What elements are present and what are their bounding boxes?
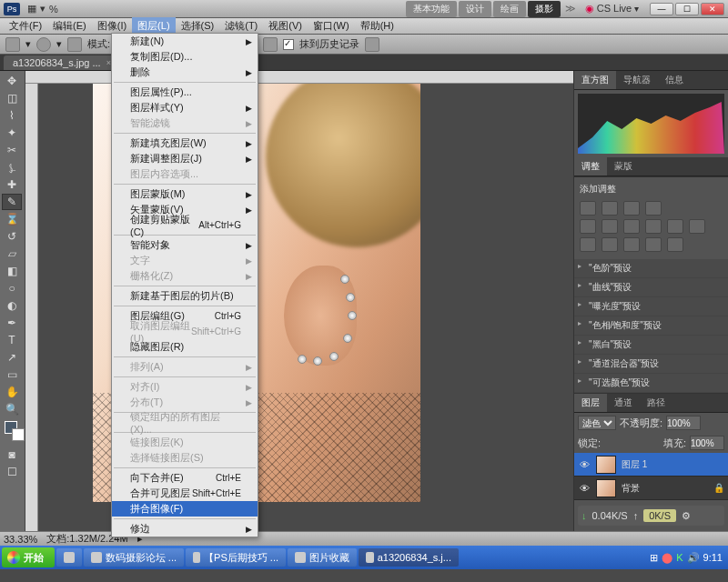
airbrush-icon[interactable]	[263, 37, 278, 52]
layer-row[interactable]: 👁 背景 🔒	[574, 477, 728, 500]
maximize-icon[interactable]: ☐	[675, 3, 699, 15]
ruler-horizontal[interactable]	[25, 71, 573, 84]
panel-tab-channels[interactable]: 通道	[607, 394, 640, 412]
ruler-vertical[interactable]	[25, 84, 38, 531]
preset-item[interactable]: "曲线"预设	[574, 278, 728, 297]
preset-item[interactable]: "色相/饱和度"预设	[574, 316, 728, 336]
taskbar-item[interactable]	[56, 548, 82, 567]
menu-help[interactable]: 帮助(H)	[355, 17, 399, 35]
blur-tool[interactable]: ○	[2, 280, 22, 296]
adj-threshold-icon[interactable]	[623, 237, 640, 252]
start-button[interactable]: 开始	[2, 547, 55, 567]
adj-brightness-icon[interactable]	[580, 201, 596, 216]
stamp-tool[interactable]: ⌛	[2, 211, 22, 227]
adj-hue-icon[interactable]	[602, 219, 618, 234]
menu-window[interactable]: 窗口(W)	[308, 17, 355, 35]
color-swatch[interactable]	[2, 418, 22, 446]
eraser-tool[interactable]: ▱	[2, 246, 22, 262]
panel-tab-info[interactable]: 信息	[658, 71, 691, 89]
menu-item[interactable]: 图层蒙版(M)▶	[112, 186, 258, 202]
adj-bw-icon[interactable]	[645, 219, 662, 234]
toolbar-icon[interactable]: ▦	[27, 3, 36, 15]
workspace-tab[interactable]: 绘画	[493, 1, 526, 17]
preset-item[interactable]: "黑白"预设	[574, 336, 728, 355]
quickmask-tool[interactable]: ◙	[2, 447, 22, 463]
opacity-input[interactable]	[666, 416, 701, 430]
brush-panel-icon[interactable]	[67, 37, 82, 52]
panel-tab-adjust[interactable]: 调整	[574, 157, 607, 176]
panel-tab-histogram[interactable]: 直方图	[574, 71, 616, 89]
crop-tool[interactable]: ✂	[2, 142, 22, 158]
wand-tool[interactable]: ✦	[2, 125, 22, 141]
tray-icon[interactable]: K	[676, 552, 682, 563]
visibility-icon[interactable]: 👁	[578, 459, 591, 470]
tray-icon[interactable]: 🔊	[687, 552, 700, 564]
menu-item[interactable]: 合并可见图层Shift+Ctrl+E	[112, 486, 258, 501]
menu-item[interactable]: 创建剪贴蒙版(C)Alt+Ctrl+G	[112, 217, 258, 233]
panel-tab-paths[interactable]: 路径	[640, 394, 672, 412]
cs-live-button[interactable]: ◉ CS Live ▾	[585, 3, 639, 15]
type-tool[interactable]: T	[2, 332, 22, 348]
layer-thumb[interactable]	[596, 479, 616, 497]
toolbar-icon[interactable]: ▾	[40, 3, 46, 15]
workspace-tab[interactable]: 设计	[459, 1, 491, 17]
preset-item[interactable]: "可选颜色"预设	[574, 374, 728, 393]
preset-item[interactable]: "色阶"预设	[574, 259, 728, 278]
move-tool[interactable]: ✥	[2, 73, 22, 89]
menu-item[interactable]: 图层样式(Y)▶	[112, 100, 258, 115]
menu-item[interactable]: 新建填充图层(W)▶	[112, 135, 258, 151]
workspace-tab-active[interactable]: 摄影	[528, 1, 561, 17]
tray-icon[interactable]: ⬤	[662, 552, 672, 564]
layer-name[interactable]: 图层 1	[622, 458, 647, 471]
adj-selective-icon[interactable]	[667, 237, 683, 252]
menu-file[interactable]: 文件(F)	[4, 17, 47, 35]
adj-curves-icon[interactable]	[623, 201, 640, 216]
eyedropper-tool[interactable]: ⍼	[2, 159, 22, 176]
brush-preset-icon[interactable]	[36, 37, 51, 52]
menu-item[interactable]: 隐藏图层(R)	[112, 339, 258, 355]
gradient-tool[interactable]: ◧	[2, 263, 22, 279]
zoom-tool[interactable]: 🔍	[2, 401, 22, 417]
document-tab[interactable]: a13206834_s.jpg ... ×	[4, 55, 120, 70]
menu-edit[interactable]: 编辑(E)	[47, 17, 92, 35]
workspace-tab[interactable]: 基本功能	[406, 1, 457, 17]
taskbar-item-active[interactable]: a13206834_s.j...	[359, 548, 459, 567]
adj-mixer-icon[interactable]	[689, 219, 705, 234]
adj-balance-icon[interactable]	[623, 219, 640, 234]
layer-name[interactable]: 背景	[622, 482, 640, 495]
shape-tool[interactable]: ▭	[2, 366, 22, 383]
fill-input[interactable]	[690, 436, 724, 450]
menu-item[interactable]: 拼合图像(F)	[112, 501, 258, 517]
tray-icon[interactable]: ⊞	[650, 552, 658, 564]
visibility-icon[interactable]: 👁	[578, 483, 591, 494]
hand-tool[interactable]: ✋	[2, 384, 22, 400]
adj-poster-icon[interactable]	[602, 237, 618, 252]
workspace-more-icon[interactable]: ≫	[565, 3, 576, 15]
history-brush-tool[interactable]: ↺	[2, 228, 22, 245]
menu-item[interactable]: 图层属性(P)...	[112, 85, 258, 100]
dodge-tool[interactable]: ◐	[2, 297, 22, 314]
adj-gradient-icon[interactable]	[645, 237, 662, 252]
history-checkbox[interactable]	[283, 39, 294, 50]
lasso-tool[interactable]: ⌇	[2, 107, 22, 124]
menu-item[interactable]: 修边▶	[112, 521, 258, 537]
close-icon[interactable]: ✕	[701, 3, 724, 15]
menu-item[interactable]: 智能对象▶	[112, 237, 258, 253]
tool-preset-icon[interactable]	[5, 37, 20, 52]
layer-row[interactable]: 👁 图层 1	[574, 453, 728, 477]
preset-item[interactable]: "曝光度"预设	[574, 297, 728, 316]
settings-icon[interactable]: ⚙	[682, 510, 691, 522]
tablet-icon[interactable]	[365, 37, 379, 52]
menu-view[interactable]: 视图(V)	[263, 17, 308, 35]
panel-tab-layers[interactable]: 图层	[574, 394, 607, 412]
menu-item[interactable]: 新建调整图层(J)▶	[112, 151, 258, 166]
minimize-icon[interactable]: —	[650, 3, 673, 15]
menu-item[interactable]: 向下合并(E)Ctrl+E	[112, 470, 258, 486]
menu-item[interactable]: 复制图层(D)...	[112, 49, 258, 65]
marquee-tool[interactable]: ◫	[2, 90, 22, 106]
brush-tool[interactable]: ✎	[2, 194, 22, 210]
menu-item[interactable]: 新建基于图层的切片(B)	[112, 288, 258, 304]
lock-pixels-icon[interactable]	[604, 436, 617, 449]
menu-item[interactable]: 新建(N)▶	[112, 34, 258, 49]
panel-tab-navigator[interactable]: 导航器	[616, 71, 658, 89]
